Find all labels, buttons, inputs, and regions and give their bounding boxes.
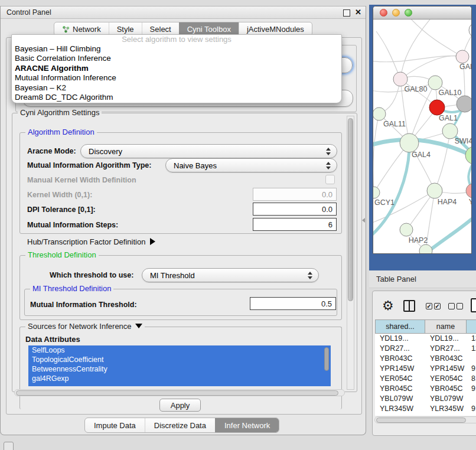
- network-edge[interactable]: [373, 191, 435, 223]
- column-header-name[interactable]: name: [425, 319, 467, 334]
- network-node-y[interactable]: [466, 184, 472, 198]
- network-edge[interactable]: [376, 31, 400, 79]
- mi-threshold-field[interactable]: 0.5: [250, 297, 336, 310]
- settings-vscroll-thumb[interactable]: [348, 118, 353, 301]
- network-node-gal1[interactable]: [429, 100, 445, 115]
- network-edge-highlighted[interactable]: [373, 138, 409, 237]
- settings-vertical-scrollbar[interactable]: [347, 116, 354, 390]
- network-node-gal[interactable]: [456, 50, 469, 63]
- table-row[interactable]: YJL053CYJL053C9.: [375, 414, 476, 416]
- network-node-hap2[interactable]: [400, 223, 413, 236]
- tab-impute-data[interactable]: Impute Data: [85, 418, 145, 432]
- tab-cyni-toolbox[interactable]: Cyni Toolbox: [179, 22, 239, 35]
- network-canvas[interactable]: GALGAL80GAL10GAL1GAL11SWI4GAL4GCY1HAP4YH…: [373, 19, 472, 254]
- tab-discretize-data[interactable]: Discretize Data: [145, 418, 215, 432]
- network-edge[interactable]: [409, 19, 462, 57]
- network-window-titlebar[interactable]: [373, 6, 471, 19]
- table-row[interactable]: YBR045CYBR045C9.: [375, 384, 476, 394]
- gear-icon[interactable]: ⚙: [382, 299, 394, 312]
- manual-kernel-checkbox[interactable]: [325, 175, 335, 184]
- network-node[interactable]: [469, 22, 472, 38]
- minimize-window-icon[interactable]: [392, 9, 400, 17]
- settings-horizontal-scrollbar[interactable]: [14, 389, 345, 396]
- column-header-shared-name[interactable]: shared...: [375, 319, 425, 334]
- algorithm-option[interactable]: Basic Correlation Inference: [12, 54, 341, 63]
- algorithm-option[interactable]: ARACNE Algorithm: [12, 64, 341, 73]
- dpi-tolerance-field[interactable]: 0.0: [253, 203, 337, 216]
- document-icon[interactable]: [471, 298, 476, 312]
- table-row[interactable]: YDR27...YDR27...12: [375, 344, 476, 354]
- kernel-width-field[interactable]: 0.0: [253, 188, 337, 201]
- data-attribute-item[interactable]: TopologicalCoefficient: [28, 355, 331, 364]
- network-node-gal10[interactable]: [428, 76, 442, 90]
- network-node[interactable]: [419, 244, 432, 254]
- network-node-hap4[interactable]: [427, 183, 442, 198]
- control-panel-titlebar: Control Panel ✕: [1, 6, 366, 19]
- table-row[interactable]: YPR145WYPR145W9.: [375, 364, 476, 374]
- algorithm-option[interactable]: Bayesian – K2: [12, 83, 341, 93]
- network-edge[interactable]: [373, 56, 462, 62]
- network-node-label: HAP2: [409, 236, 428, 244]
- network-node-gal80[interactable]: [393, 72, 407, 86]
- tab-style[interactable]: Style: [109, 22, 142, 35]
- network-view-window[interactable]: GALGAL80GAL10GAL1GAL11SWI4GAL4GCY1HAP4YH…: [373, 6, 472, 254]
- algorithm-definition-title: Algorithm Definition: [25, 128, 97, 136]
- tab-network[interactable]: Network: [54, 22, 109, 35]
- table-hscroll-thumb[interactable]: [376, 418, 466, 423]
- mi-steps-field[interactable]: 6: [253, 218, 337, 231]
- network-node[interactable]: [457, 96, 472, 112]
- network-edge[interactable]: [435, 131, 450, 191]
- network-edge[interactable]: [400, 56, 462, 79]
- threshold-definition-title: Threshold Definition: [25, 250, 99, 259]
- float-panel-icon[interactable]: [343, 9, 350, 17]
- which-threshold-combo[interactable]: MI Threshold: [142, 268, 319, 282]
- tab-jactivemnodules[interactable]: jActiveMNodules: [239, 22, 312, 35]
- data-attribute-item[interactable]: gal4RGexp: [28, 374, 331, 383]
- manual-kernel-label: Manual Kernel Width Definition: [27, 176, 136, 184]
- apply-button[interactable]: Apply: [159, 399, 201, 412]
- algorithm-option[interactable]: Dream8 DC_TDC Algorithm: [12, 93, 341, 102]
- attributes-scrollbar-thumb[interactable]: [324, 347, 329, 371]
- network-node-gal4[interactable]: [400, 133, 419, 152]
- checkbox-unchecked-icon[interactable]: [457, 303, 463, 309]
- checkbox-checked-icon[interactable]: ✓: [426, 303, 432, 309]
- dpi-tolerance-label: DPI Tolerance [0,1]:: [27, 206, 96, 214]
- close-panel-icon[interactable]: ✕: [355, 8, 361, 17]
- data-attribute-item[interactable]: SelfLoops: [28, 345, 331, 355]
- table-cell: 13: [467, 334, 476, 344]
- aracne-mode-combo[interactable]: Discovery: [80, 144, 337, 158]
- table-row[interactable]: YER054CYER054C8.: [375, 374, 476, 384]
- table-row[interactable]: YDL19...YDL19...13: [375, 334, 476, 344]
- network-node-label: GAL10: [439, 89, 462, 97]
- tab-infer-network[interactable]: Infer Network: [215, 418, 279, 432]
- table-row[interactable]: YBL079WYBL079W: [375, 394, 476, 404]
- checkbox-checked-icon[interactable]: ✓: [434, 303, 441, 309]
- column-header-next[interactable]: A: [467, 319, 476, 334]
- table-horizontal-scrollbar[interactable]: [374, 416, 476, 423]
- sources-group-title[interactable]: Sources for Network Inference: [25, 322, 145, 331]
- network-node-gcy1[interactable]: [373, 187, 380, 198]
- network-edge[interactable]: [373, 114, 379, 193]
- columns-icon[interactable]: [403, 300, 415, 312]
- table-row[interactable]: YBR043CYBR043C: [375, 354, 476, 364]
- data-attributes-list[interactable]: SelfLoopsTopologicalCoefficientBetweenne…: [28, 345, 331, 386]
- checkbox-unchecked-icon[interactable]: [448, 303, 455, 309]
- zoom-window-icon[interactable]: [405, 9, 412, 17]
- network-node-gal11[interactable]: [373, 107, 386, 120]
- panel-corner-button[interactable]: [4, 442, 14, 450]
- network-edge[interactable]: [400, 19, 432, 79]
- data-attribute-item[interactable]: BetweennessCentrality: [28, 364, 331, 374]
- close-window-icon[interactable]: [380, 9, 387, 17]
- tab-label: jActiveMNodules: [247, 25, 304, 34]
- table-row[interactable]: YLR345WYLR345W9.: [375, 404, 476, 414]
- algorithm-option[interactable]: Mutual Information Inference: [12, 73, 341, 83]
- settings-hscroll-thumb[interactable]: [16, 390, 338, 396]
- tab-select[interactable]: Select: [142, 22, 179, 35]
- control-panel-title: Control Panel: [6, 8, 51, 17]
- table-cell: YBR045C: [375, 384, 425, 394]
- mi-type-combo[interactable]: Naive Bayes: [165, 158, 337, 172]
- hub-definition-toggle[interactable]: Hub/Transcription Factor Definition: [27, 237, 155, 246]
- network-node-label: GAL4: [412, 151, 431, 159]
- splitpane-handle[interactable]: [362, 218, 365, 223]
- algorithm-option[interactable]: Bayesian – Hill Climbing: [12, 44, 341, 54]
